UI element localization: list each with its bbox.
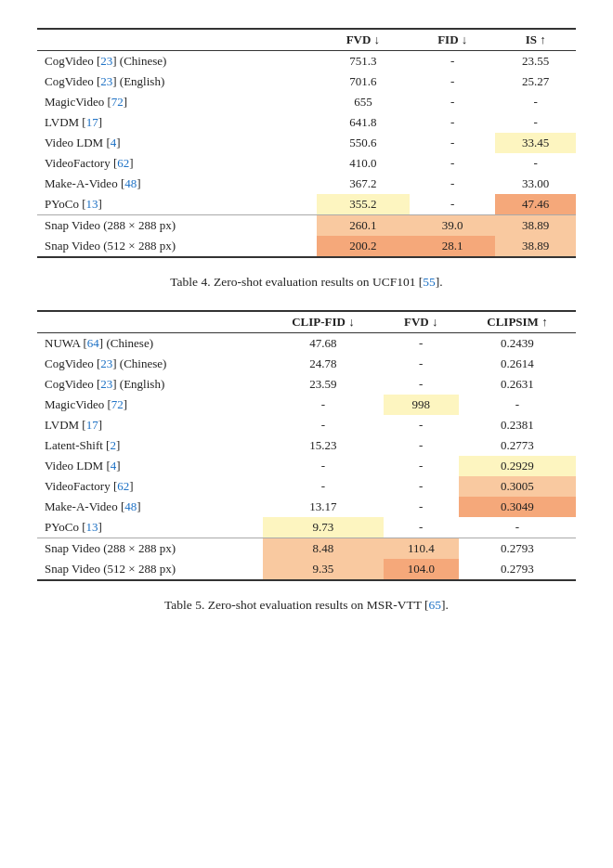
table5-col-model	[37, 311, 263, 333]
table4-cell-fvd: 751.3	[317, 51, 410, 72]
table4-snap-cell-fvd: 200.2	[317, 236, 410, 257]
table5-cell-clipfid: 24.78	[263, 354, 383, 374]
table5-snap-cell-clipfid: 9.35	[263, 559, 383, 580]
table5-cell-clipsim: -	[459, 395, 576, 415]
table4-cell-is: -	[495, 92, 576, 112]
table5-cell-model: Make-A-Video [48]	[37, 497, 263, 517]
table4-cell-fid: -	[410, 51, 495, 72]
table4-cell-fvd: 655	[317, 92, 410, 112]
table5-cell-clipfid: 13.17	[263, 497, 383, 517]
table5-cell-clipfid: -	[263, 476, 383, 497]
table5-cell-clipfid: -	[263, 415, 383, 435]
table5-cell-model: CogVideo [23] (Chinese)	[37, 354, 263, 374]
table5-row: LVDM [17]--0.2381	[37, 415, 576, 435]
table5-cell-model: PYoCo [13]	[37, 517, 263, 538]
table4-cell-fid: -	[410, 194, 495, 215]
table4-cell-fvd: 410.0	[317, 153, 410, 174]
table4-cell-is: 23.55	[495, 51, 576, 72]
table5-cell-model: Video LDM [4]	[37, 456, 263, 476]
table4-cell-is: -	[495, 112, 576, 133]
table5-cell-clipsim: 0.2614	[459, 354, 576, 374]
table5-row: MagicVideo [72]-998-	[37, 395, 576, 415]
table5-cell-clipfid: 9.73	[263, 517, 383, 538]
table4-cell-fvd: 550.6	[317, 133, 410, 153]
table4-cell-fvd: 367.2	[317, 174, 410, 194]
table5-cell-clipsim: 0.2631	[459, 374, 576, 395]
table5-snap-row: Snap Video (288 × 288 px)8.48110.40.2793	[37, 538, 576, 559]
table4-col-fvd: FVD ↓	[317, 29, 410, 51]
table4-cell-fvd: 701.6	[317, 71, 410, 92]
table5-cell-fvd: -	[384, 456, 459, 476]
table5-cell-fvd: -	[384, 517, 459, 538]
table4-cell-is: 33.00	[495, 174, 576, 194]
table4-cell-model: PYoCo [13]	[37, 194, 317, 215]
table5-row: CogVideo [23] (Chinese)24.78-0.2614	[37, 354, 576, 374]
table4-cell-model: Video LDM [4]	[37, 133, 317, 153]
table4-snap-cell-is: 38.89	[495, 236, 576, 257]
table5-container: CLIP-FID ↓ FVD ↓ CLIPSIM ↑ NUWA [64] (Ch…	[37, 310, 576, 581]
table5-header-row: CLIP-FID ↓ FVD ↓ CLIPSIM ↑	[37, 311, 576, 333]
table5-row: Make-A-Video [48]13.17-0.3049	[37, 497, 576, 517]
table4-row: LVDM [17]641.8--	[37, 112, 576, 133]
table5-row: VideoFactory [62]--0.3005	[37, 476, 576, 497]
table5-cell-model: LVDM [17]	[37, 415, 263, 435]
table4-cell-model: CogVideo [23] (Chinese)	[37, 51, 317, 72]
table5-cell-fvd: -	[384, 476, 459, 497]
table5-cell-fvd: -	[384, 435, 459, 456]
table4-cell-is: 47.46	[495, 194, 576, 215]
table5-cell-clipsim: 0.3049	[459, 497, 576, 517]
table4-cell-is: -	[495, 153, 576, 174]
table5-cell-clipfid: 47.68	[263, 333, 383, 355]
table5-cell-clipsim: 0.3005	[459, 476, 576, 497]
table5-cell-model: VideoFactory [62]	[37, 476, 263, 497]
table5-cell-fvd: -	[384, 497, 459, 517]
table5-cell-fvd: -	[384, 354, 459, 374]
table5-col-clipsim: CLIPSIM ↑	[459, 311, 576, 333]
table5-cell-clipsim: 0.2381	[459, 415, 576, 435]
table5-snap-cell-fvd: 110.4	[384, 538, 459, 559]
table5-caption: Table 5. Zero-shot evaluation results on…	[37, 598, 576, 613]
table5-cell-clipsim: -	[459, 517, 576, 538]
table4-row: Make-A-Video [48]367.2-33.00	[37, 174, 576, 194]
table4-col-model	[37, 29, 317, 51]
table4-snap-cell-fid: 28.1	[410, 236, 495, 257]
table5-cell-fvd: 998	[384, 395, 459, 415]
table4-snap-cell-model: Snap Video (512 × 288 px)	[37, 236, 317, 257]
table4: FVD ↓ FID ↓ IS ↑ CogVideo [23] (Chinese)…	[37, 28, 576, 258]
table4-snap-cell-fvd: 260.1	[317, 215, 410, 236]
table5-cell-clipfid: -	[263, 456, 383, 476]
table4-snap-row: Snap Video (512 × 288 px)200.228.138.89	[37, 236, 576, 257]
table5-cell-fvd: -	[384, 333, 459, 355]
table5-snap-cell-fvd: 104.0	[384, 559, 459, 580]
table4-row: PYoCo [13]355.2-47.46	[37, 194, 576, 215]
table4-snap-cell-model: Snap Video (288 × 288 px)	[37, 215, 317, 236]
table4-cell-model: LVDM [17]	[37, 112, 317, 133]
table4-row: VideoFactory [62]410.0--	[37, 153, 576, 174]
table4-header-row: FVD ↓ FID ↓ IS ↑	[37, 29, 576, 51]
table5-snap-cell-clipsim: 0.2793	[459, 559, 576, 580]
table5-cell-clipfid: -	[263, 395, 383, 415]
table4-cell-model: CogVideo [23] (English)	[37, 71, 317, 92]
table4-row: CogVideo [23] (English)701.6-25.27	[37, 71, 576, 92]
table5-snap-row: Snap Video (512 × 288 px)9.35104.00.2793	[37, 559, 576, 580]
table4-container: FVD ↓ FID ↓ IS ↑ CogVideo [23] (Chinese)…	[37, 28, 576, 258]
table4-row: MagicVideo [72]655--	[37, 92, 576, 112]
table4-cell-fid: -	[410, 112, 495, 133]
table4-row: Video LDM [4]550.6-33.45	[37, 133, 576, 153]
table5-row: CogVideo [23] (English)23.59-0.2631	[37, 374, 576, 395]
table5-row: PYoCo [13]9.73--	[37, 517, 576, 538]
table4-col-is: IS ↑	[495, 29, 576, 51]
table5-row: Latent-Shift [2]15.23-0.2773	[37, 435, 576, 456]
table5-snap-cell-clipfid: 8.48	[263, 538, 383, 559]
table5-row: Video LDM [4]--0.2929	[37, 456, 576, 476]
table4-cell-model: Make-A-Video [48]	[37, 174, 317, 194]
table4-cell-fid: -	[410, 133, 495, 153]
table4-cell-fid: -	[410, 92, 495, 112]
table5-cell-clipfid: 23.59	[263, 374, 383, 395]
table4-snap-row: Snap Video (288 × 288 px)260.139.038.89	[37, 215, 576, 236]
table4-cell-fid: -	[410, 153, 495, 174]
table4-cell-is: 25.27	[495, 71, 576, 92]
table5-cell-clipfid: 15.23	[263, 435, 383, 456]
table5-cell-model: NUWA [64] (Chinese)	[37, 333, 263, 355]
table4-cell-model: MagicVideo [72]	[37, 92, 317, 112]
